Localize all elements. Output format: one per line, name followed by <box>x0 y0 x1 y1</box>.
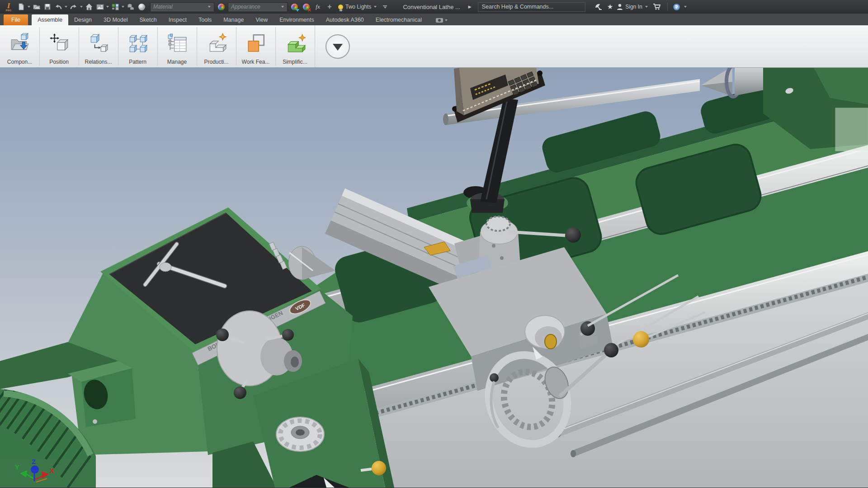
help-icon[interactable]: ? <box>673 4 680 10</box>
material-combo-value: Material <box>153 4 173 10</box>
selection-box-overlay <box>835 108 868 151</box>
work-features-button[interactable]: Work Fea... <box>236 25 275 67</box>
model-viewport[interactable]: BOEHRINGER GÖPPINGEN VDF <box>0 68 868 488</box>
component-blocks-icon[interactable] <box>110 2 120 12</box>
production-label: Producti... <box>204 59 228 65</box>
appearance-combo-caret <box>281 6 284 8</box>
place-component-button[interactable]: Compon... <box>0 25 39 67</box>
parameters-fx-icon[interactable]: fx <box>313 2 323 12</box>
pattern-component-label: Pattern <box>129 59 146 65</box>
redo-icon[interactable] <box>69 2 79 12</box>
tab-electromechanical[interactable]: Electromechanical <box>370 14 428 25</box>
tab-tools[interactable]: Tools <box>193 14 217 25</box>
lighting-style-combo[interactable]: Two Lights <box>336 4 379 10</box>
material-browser-globe-icon[interactable] <box>137 2 146 12</box>
help-search-box[interactable] <box>478 2 585 12</box>
home-icon[interactable] <box>84 2 94 12</box>
clear-appearance-icon[interactable]: ✕ <box>301 2 311 12</box>
simplification-button[interactable]: Simplific... <box>275 25 315 67</box>
help-dropdown[interactable] <box>684 6 687 8</box>
tab-file[interactable]: File <box>4 14 28 25</box>
tab-autodesk-a360[interactable]: Autodesk A360 <box>320 14 370 25</box>
triad-z-label: Z <box>32 458 36 465</box>
place-component-label: Compon... <box>7 59 32 65</box>
add-parameter-icon[interactable]: + <box>325 2 335 12</box>
free-move-icon <box>49 27 70 59</box>
document-title: Conventional Lathe ... <box>403 4 460 10</box>
favorites-star-icon[interactable]: ★ <box>607 3 613 11</box>
down-triangle-icon <box>333 44 343 51</box>
adjust-appearance-icon[interactable] <box>289 2 299 12</box>
tab-inspect[interactable]: Inspect <box>163 14 193 25</box>
redo-dropdown[interactable] <box>80 6 83 8</box>
tab-assemble[interactable]: Assemble <box>32 14 68 25</box>
free-move-button[interactable]: Position <box>39 25 79 67</box>
document-flyout-arrow[interactable]: ▶ <box>468 5 472 9</box>
simplification-icon <box>285 27 306 59</box>
ribbon-panel-assemble: Compon... Position <box>0 25 868 68</box>
work-features-label: Work Fea... <box>242 59 270 65</box>
title-bar: I PRO <box>0 0 868 14</box>
bill-of-materials-icon <box>167 27 188 59</box>
pattern-component-icon <box>127 27 148 59</box>
communication-center-icon[interactable] <box>594 2 604 12</box>
saddle-knob[interactable] <box>276 417 324 451</box>
tab-3d-model[interactable]: 3D Model <box>98 14 134 25</box>
save-icon[interactable] <box>42 2 52 12</box>
undo-dropdown[interactable] <box>65 6 67 8</box>
viewport-canvas[interactable]: BOEHRINGER GÖPPINGEN VDF <box>0 68 868 488</box>
tab-view[interactable]: View <box>250 14 274 25</box>
undo-icon[interactable] <box>53 2 63 12</box>
sign-in-control[interactable]: Sign In <box>617 4 648 10</box>
tab-design[interactable]: Design <box>68 14 98 25</box>
ball-handle[interactable] <box>234 386 246 399</box>
tab-sketch[interactable]: Sketch <box>133 14 162 25</box>
new-file-icon[interactable] <box>16 2 26 12</box>
triad-x-label: X <box>50 467 54 474</box>
ribbon-appearance-toggle[interactable] <box>436 18 448 25</box>
ribbon-appearance-icon <box>436 18 443 23</box>
ball-handle[interactable] <box>282 329 294 341</box>
new-file-dropdown[interactable] <box>28 6 30 8</box>
component-blocks-dropdown[interactable] <box>122 6 124 8</box>
qat-overflow-toggle[interactable] <box>381 5 389 9</box>
assembly-expand-button[interactable] <box>326 34 350 59</box>
ball-handle[interactable] <box>216 328 229 341</box>
lightbulb-icon <box>338 5 343 9</box>
open-file-icon[interactable] <box>32 2 42 12</box>
place-component-icon <box>9 27 30 59</box>
bill-of-materials-button[interactable]: Manage <box>157 25 197 67</box>
gold-ball-handle[interactable] <box>372 461 386 475</box>
appearance-combo[interactable]: Appearance <box>228 2 288 11</box>
production-button[interactable]: Producti... <box>197 25 236 67</box>
relationships-label: Relations... <box>85 59 112 65</box>
tab-environments[interactable]: Environments <box>274 14 320 25</box>
sign-in-caret <box>645 6 648 8</box>
material-combo-caret <box>208 6 211 8</box>
relationships-icon <box>88 27 109 59</box>
gold-lever-ball[interactable] <box>633 331 649 347</box>
titlebar-separator <box>667 3 668 11</box>
help-search-input[interactable] <box>478 4 585 10</box>
tool-post-lever-ball[interactable] <box>566 227 581 243</box>
relationships-button[interactable]: Relations... <box>79 25 118 67</box>
material-combo[interactable]: Material <box>150 2 214 11</box>
quick-access-toolbar <box>16 2 146 12</box>
inventor-logo[interactable]: I PRO <box>3 1 14 13</box>
inventor-logo-badge: PRO <box>6 9 11 12</box>
tab-manage[interactable]: Manage <box>217 14 250 25</box>
simplification-label: Simplific... <box>283 59 307 65</box>
app-store-cart-icon[interactable] <box>652 2 662 12</box>
appearance-sphere-icon[interactable] <box>216 2 226 12</box>
bill-of-materials-label: Manage <box>167 59 187 65</box>
triad-y-label: Y <box>15 463 19 471</box>
render-dropdown[interactable] <box>106 6 109 8</box>
inventor-logo-letter: I <box>7 2 10 9</box>
assembly-parts-icon[interactable] <box>126 2 136 12</box>
render-icon[interactable] <box>95 2 105 12</box>
work-features-icon <box>245 27 266 59</box>
ribbon-tab-bar: File Assemble Design 3D Model Sketch Ins… <box>0 14 868 25</box>
pattern-component-button[interactable]: Pattern <box>118 25 157 67</box>
sign-in-label: Sign In <box>625 4 642 10</box>
half-nut-lever-ball[interactable] <box>604 343 618 357</box>
